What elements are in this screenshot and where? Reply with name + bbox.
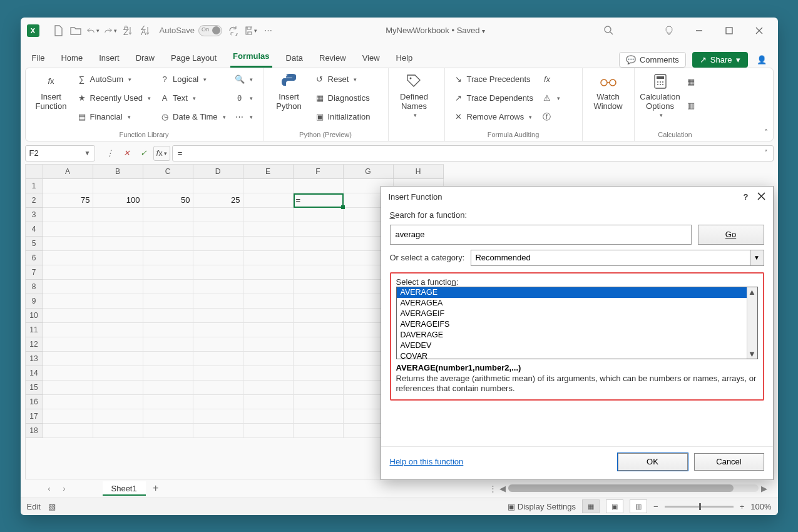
- autosum-button[interactable]: ∑AutoSum: [74, 71, 154, 88]
- lookup-button[interactable]: 🔍: [232, 71, 255, 88]
- function-option[interactable]: AVERAGEIFS: [397, 319, 757, 330]
- row-header[interactable]: 15: [26, 381, 43, 395]
- error-check-button[interactable]: ⚠: [540, 90, 563, 107]
- comments-button[interactable]: 💬 Comments: [619, 52, 686, 68]
- calc-sheet-button[interactable]: ▥: [683, 97, 698, 115]
- tab-help[interactable]: Help: [394, 49, 416, 68]
- document-title[interactable]: MyNewWorkbook • Saved ▾: [280, 26, 591, 35]
- col-header[interactable]: D: [193, 165, 243, 179]
- defined-names-button[interactable]: Defined Names: [395, 71, 434, 130]
- name-box[interactable]: F2▼: [25, 145, 95, 161]
- minimize-button[interactable]: [687, 21, 712, 40]
- cell[interactable]: [294, 237, 344, 251]
- cell[interactable]: [43, 265, 93, 280]
- cell[interactable]: [93, 294, 143, 309]
- tab-view[interactable]: View: [360, 49, 382, 68]
- insert-function-button[interactable]: fx Insert Function: [32, 71, 71, 130]
- fx-button[interactable]: fx▾: [153, 146, 170, 161]
- save-icon[interactable]: [245, 25, 257, 36]
- function-option[interactable]: COVAR: [397, 351, 757, 359]
- hscroll-track[interactable]: [508, 484, 759, 492]
- cell[interactable]: [243, 366, 294, 381]
- cell[interactable]: [193, 265, 243, 280]
- trace-precedents-button[interactable]: ↘Trace Precedents: [451, 71, 536, 88]
- cell[interactable]: [243, 323, 294, 337]
- confirm-formula-button[interactable]: ✓: [136, 146, 151, 161]
- formula-input[interactable]: =˅: [172, 145, 774, 161]
- row-header[interactable]: 8: [26, 280, 43, 294]
- cell[interactable]: [93, 337, 143, 352]
- zoom-out-button[interactable]: −: [653, 502, 658, 511]
- cell[interactable]: [243, 251, 294, 265]
- cell[interactable]: [93, 208, 143, 222]
- hscroll-thumb[interactable]: [508, 484, 734, 492]
- cell[interactable]: [93, 409, 143, 424]
- accessibility-icon[interactable]: ▧: [48, 502, 56, 511]
- col-header[interactable]: F: [294, 165, 344, 179]
- collapse-ribbon-icon[interactable]: ˄: [764, 128, 768, 137]
- more-fn-button[interactable]: ⋯: [232, 108, 255, 126]
- zoom-in-button[interactable]: +: [740, 502, 745, 511]
- insert-python-button[interactable]: Insert Python: [270, 71, 309, 130]
- recently-used-button[interactable]: ★Recently Used: [74, 90, 154, 107]
- cell[interactable]: [43, 352, 93, 366]
- tab-review[interactable]: Review: [317, 49, 349, 68]
- cell[interactable]: [93, 424, 143, 438]
- cell[interactable]: [43, 395, 93, 409]
- layout-view-button[interactable]: ▣: [606, 499, 623, 513]
- remove-arrows-button[interactable]: ✕Remove Arrows: [451, 108, 536, 126]
- tab-insert[interactable]: Insert: [96, 49, 122, 68]
- col-header[interactable]: A: [43, 165, 93, 179]
- go-button[interactable]: Go: [698, 225, 764, 245]
- ok-button[interactable]: OK: [618, 453, 688, 471]
- cell[interactable]: [294, 337, 344, 352]
- cell[interactable]: [43, 409, 93, 424]
- normal-view-button[interactable]: ▦: [582, 499, 600, 513]
- cell[interactable]: [43, 309, 93, 323]
- row-header[interactable]: 3: [26, 208, 43, 222]
- cell[interactable]: [243, 395, 294, 409]
- cell[interactable]: [193, 337, 243, 352]
- initialization-button[interactable]: ▣Initialization: [312, 108, 373, 126]
- open-file-icon[interactable]: [69, 25, 82, 36]
- row-header[interactable]: 14: [26, 366, 43, 381]
- financial-button[interactable]: ▤Financial: [74, 108, 154, 126]
- row-header[interactable]: 18: [26, 424, 43, 438]
- sync-icon[interactable]: [227, 25, 240, 36]
- col-header[interactable]: C: [143, 165, 193, 179]
- zoom-level[interactable]: 100%: [750, 502, 771, 511]
- row-header[interactable]: 6: [26, 251, 43, 265]
- cell[interactable]: [93, 323, 143, 337]
- trace-dependents-button[interactable]: ↗Trace Dependents: [451, 90, 536, 107]
- qat-overflow-icon[interactable]: ⋯: [262, 25, 275, 36]
- cell[interactable]: [294, 265, 344, 280]
- search-icon[interactable]: [596, 21, 622, 40]
- cell[interactable]: [43, 251, 93, 265]
- diagnostics-button[interactable]: ▦Diagnostics: [312, 90, 373, 107]
- maximize-button[interactable]: [717, 21, 742, 40]
- cell[interactable]: [143, 265, 193, 280]
- search-input[interactable]: [390, 225, 692, 245]
- cell[interactable]: [43, 208, 93, 222]
- cell[interactable]: [193, 366, 243, 381]
- logical-button[interactable]: ?Logical: [157, 71, 228, 88]
- cell[interactable]: [143, 409, 193, 424]
- cell[interactable]: [43, 323, 93, 337]
- cell[interactable]: [243, 179, 294, 193]
- cell[interactable]: [193, 395, 243, 409]
- close-button[interactable]: [747, 21, 772, 40]
- cell[interactable]: [243, 352, 294, 366]
- lightbulb-icon[interactable]: [657, 21, 682, 40]
- hscroll-right-icon[interactable]: ▶: [761, 484, 767, 493]
- cell[interactable]: [43, 280, 93, 294]
- dialog-close-button[interactable]: [757, 192, 765, 202]
- cell[interactable]: [193, 179, 243, 193]
- cell[interactable]: [93, 309, 143, 323]
- col-header[interactable]: H: [394, 165, 444, 179]
- cell[interactable]: [243, 337, 294, 352]
- cell[interactable]: [143, 424, 193, 438]
- calc-options-button[interactable]: Calculation Options: [641, 71, 680, 130]
- calc-now-button[interactable]: ▦: [683, 73, 698, 91]
- expand-icon[interactable]: ˅: [764, 149, 768, 157]
- function-option[interactable]: DAVERAGE: [397, 330, 757, 340]
